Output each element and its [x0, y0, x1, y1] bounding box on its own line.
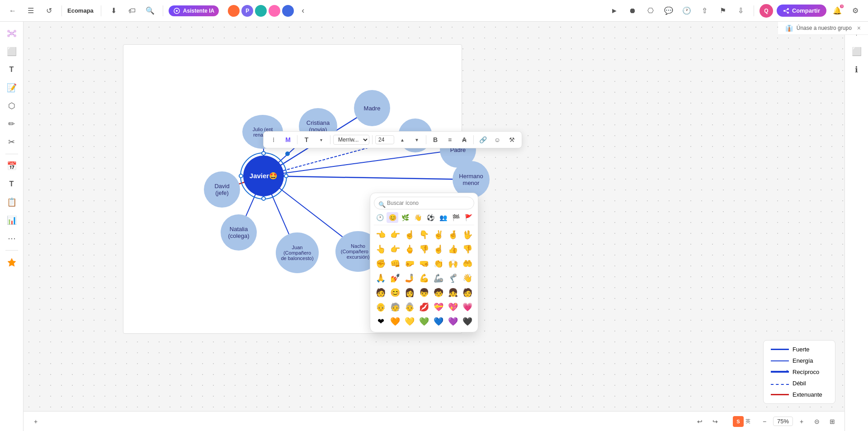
canvas-area[interactable]: Javier🤩 Madre Tio Padre Hermanomenor Nac…	[24, 22, 844, 431]
collapse-icons-button[interactable]: ‹	[296, 4, 310, 18]
emoji-lips[interactable]: 💋	[417, 300, 431, 314]
text-type-button[interactable]: T	[300, 133, 313, 146]
emoji-left-fist[interactable]: 🤛	[403, 257, 416, 270]
strikethrough-button[interactable]: A	[458, 133, 471, 146]
emoji-girl[interactable]: 👧	[446, 286, 460, 299]
emoji-nail-polish[interactable]: 💅	[388, 271, 402, 285]
zoom-in-button[interactable]: +	[795, 415, 808, 428]
emoji-point-right[interactable]: 👉	[388, 242, 402, 256]
sidebar-scissors[interactable]: ✂	[4, 134, 20, 150]
link-button[interactable]: 🔗	[476, 133, 489, 146]
node-natalia[interactable]: Natalia(colega)	[221, 214, 257, 251]
emoji-boy[interactable]: 👦	[417, 286, 431, 299]
emoji-middle-finger[interactable]: 🖕	[403, 242, 416, 256]
tag-button[interactable]: 🏷	[125, 4, 139, 18]
right-info[interactable]: ℹ	[849, 62, 865, 78]
emoji-thumbs-down[interactable]: 👎	[417, 242, 431, 256]
emoji-search-input[interactable]	[374, 197, 474, 209]
emoji-crossed-fingers[interactable]: 🤞	[446, 228, 460, 242]
sidebar-text[interactable]: T	[4, 62, 20, 78]
emoji-button[interactable]: ☺	[491, 133, 504, 146]
emoji-mechanical-leg[interactable]: 🦿	[446, 271, 460, 285]
tab-hands[interactable]: 👋	[412, 212, 424, 223]
menu-button[interactable]: ☰	[24, 4, 38, 18]
emoji-folded-hands[interactable]: 🙏	[374, 271, 387, 285]
tab-activities[interactable]: ⚽	[425, 212, 436, 223]
emoji-victory-hand[interactable]: ✌	[432, 228, 445, 242]
app-icon-1[interactable]	[228, 5, 240, 17]
ai-assistant-button[interactable]: Asistente IA	[169, 5, 219, 16]
font-size-up[interactable]: ▲	[396, 133, 409, 146]
emoji-backhand-point-down[interactable]: 👇	[417, 228, 431, 242]
emoji-old-man[interactable]: 👴	[374, 300, 387, 314]
emoji-person2[interactable]: 🧑	[461, 286, 474, 299]
emoji-purple-heart[interactable]: 💜	[446, 315, 460, 328]
sidebar-frame[interactable]: ⬜	[4, 43, 20, 60]
emoji-flexed-biceps[interactable]: 💪	[417, 271, 431, 285]
align-button[interactable]: ≡	[443, 133, 456, 146]
user-avatar[interactable]: Q	[760, 4, 773, 18]
back-button[interactable]: ←	[5, 4, 20, 18]
emoji-sparkling-heart[interactable]: 💖	[446, 300, 460, 314]
emoji-heart-ribbon[interactable]: 💝	[432, 300, 445, 314]
download2-button[interactable]: ⇩	[734, 4, 748, 18]
emoji-thumbs-down2[interactable]: 👎	[461, 242, 474, 256]
history-button[interactable]: 🕐	[679, 4, 694, 18]
sidebar-more[interactable]: ⋯	[4, 230, 20, 246]
emoji-index-up[interactable]: ☝	[432, 242, 445, 256]
upload-button[interactable]: ⇧	[698, 4, 712, 18]
app-icon-4[interactable]	[269, 5, 280, 17]
emoji-clapping[interactable]: 👏	[432, 257, 445, 270]
tab-recent[interactable]: 🕐	[374, 212, 386, 223]
sidebar-draw[interactable]: ✏	[4, 116, 20, 132]
sidebar-mind-map[interactable]	[4, 25, 20, 42]
stats-button[interactable]: ⎔	[643, 4, 658, 18]
emoji-old-woman[interactable]: 👵	[403, 300, 416, 314]
search-button[interactable]: 🔍	[143, 4, 157, 18]
emoji-heart-pulse[interactable]: 💗	[461, 300, 474, 314]
bold-button[interactable]: B	[429, 133, 442, 146]
chain-button[interactable]: ⚒	[505, 133, 518, 146]
app-icon-3[interactable]	[255, 5, 267, 17]
emoji-backhand-point-left[interactable]: 👈	[374, 228, 387, 242]
emoji-open-hands[interactable]: 🤲	[461, 257, 474, 270]
emoji-child[interactable]: 🧒	[432, 286, 445, 299]
emoji-person[interactable]: 🧑	[374, 286, 387, 299]
tab-flag[interactable]: 🚩	[462, 212, 474, 223]
tab-emoji[interactable]: 😊	[387, 212, 398, 223]
emoji-happy-face[interactable]: 😊	[388, 286, 402, 299]
notification-close-button[interactable]: ×	[857, 24, 861, 32]
emoji-backhand-point-up[interactable]: ☝	[403, 228, 416, 242]
node-david[interactable]: David(jefe)	[204, 171, 240, 208]
sidebar-calendar[interactable]: 📅	[4, 158, 20, 174]
app-icon-5[interactable]	[282, 5, 294, 17]
emoji-blue-heart[interactable]: 💙	[432, 315, 445, 328]
redo-button[interactable]: ↪	[708, 415, 722, 428]
font-size-down[interactable]: ▼	[410, 133, 423, 146]
app-icon-2[interactable]: P	[241, 5, 253, 17]
emoji-selfie[interactable]: 🤳	[403, 271, 416, 285]
sidebar-shape[interactable]: ⬡	[4, 98, 20, 114]
emoji-raising-hands[interactable]: 🙌	[446, 257, 460, 270]
center-node[interactable]: Javier🤩	[243, 156, 284, 196]
ai-format-button[interactable]: M	[282, 133, 294, 146]
emoji-green-heart[interactable]: 💚	[417, 315, 431, 328]
emoji-waving-hand[interactable]: 👋	[461, 271, 474, 285]
tab-flags[interactable]: 🏁	[450, 212, 462, 223]
share-button[interactable]: Compartir	[777, 5, 826, 17]
emoji-backhand-point-right[interactable]: 👉	[388, 228, 402, 242]
undo-button[interactable]: ↩	[693, 415, 707, 428]
emoji-older-person[interactable]: 🧓	[388, 300, 402, 314]
fit-button[interactable]: ⊝	[810, 415, 824, 428]
notification-button[interactable]: 🔔 3	[830, 4, 844, 18]
emoji-mechanical-arm[interactable]: 🦾	[432, 271, 445, 285]
sidebar-chart[interactable]: 📊	[4, 212, 20, 228]
sidebar-note[interactable]: 📝	[4, 80, 20, 96]
download-button[interactable]: ⬇	[107, 4, 121, 18]
node-madre[interactable]: Madre	[354, 90, 390, 126]
node-juan[interactable]: Juan(Compañerode baloncesto)	[276, 232, 319, 273]
sidebar-list[interactable]: 📋	[4, 194, 20, 210]
grid-button[interactable]: ⊞	[826, 415, 839, 428]
emoji-orange-heart[interactable]: 🧡	[388, 315, 402, 328]
add-page-button[interactable]: +	[29, 415, 42, 428]
